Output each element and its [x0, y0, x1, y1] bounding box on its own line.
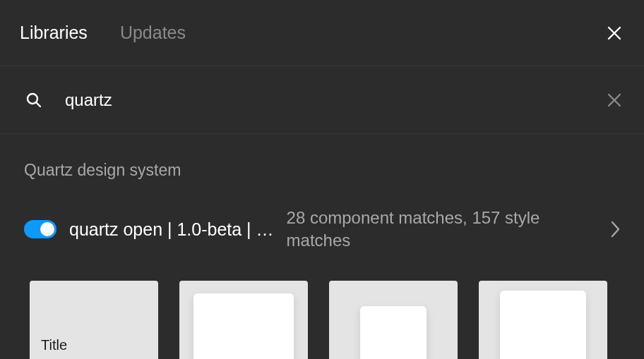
tab-updates[interactable]: Updates: [120, 23, 186, 43]
library-name: quartz open | 1.0-beta | …: [69, 219, 274, 240]
thumbnail-card: [193, 293, 294, 359]
component-thumbnail[interactable]: [479, 281, 607, 359]
library-row[interactable]: quartz open | 1.0-beta | … 28 component …: [24, 207, 624, 252]
results-section: Quartz design system quartz open | 1.0-b…: [0, 134, 644, 359]
chevron-right-icon: [607, 221, 624, 238]
tab-libraries[interactable]: Libraries: [20, 23, 88, 43]
tabs: Libraries Updates: [20, 23, 604, 43]
thumbnail-card: [500, 291, 586, 359]
thumbnail-row: Title: [24, 281, 624, 359]
clear-search-icon[interactable]: [604, 90, 624, 110]
search-input[interactable]: [65, 90, 583, 110]
header-bar: Libraries Updates: [0, 0, 644, 66]
search-bar: [0, 66, 644, 134]
library-stats: 28 component matches, 157 style matches: [287, 207, 595, 252]
component-thumbnail[interactable]: [179, 281, 308, 359]
thumbnail-card: [360, 306, 427, 359]
component-thumbnail[interactable]: Title: [30, 281, 158, 359]
search-icon: [24, 90, 44, 110]
section-title: Quartz design system: [24, 161, 624, 180]
library-toggle[interactable]: [24, 220, 56, 238]
thumbnail-label: Title: [41, 337, 67, 353]
close-icon[interactable]: [604, 23, 624, 43]
component-thumbnail[interactable]: [329, 281, 458, 359]
